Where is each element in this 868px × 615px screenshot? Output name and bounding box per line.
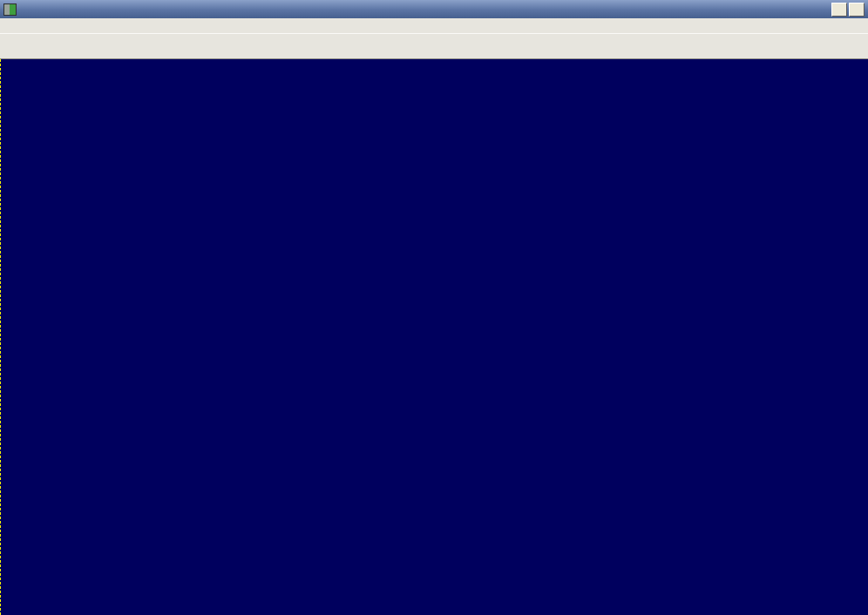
time-cursor[interactable] [0, 59, 1, 615]
chart-area [0, 59, 868, 615]
toolbar [0, 33, 868, 59]
restore-button[interactable] [849, 3, 865, 17]
menu-view[interactable] [17, 25, 33, 27]
menubar [0, 18, 868, 33]
menu-report[interactable] [2, 25, 17, 27]
minimize-button[interactable] [831, 3, 847, 17]
titlebar[interactable] [0, 0, 868, 18]
menu-browse[interactable] [33, 25, 49, 27]
menu-help[interactable] [49, 25, 64, 27]
app-window [0, 0, 868, 615]
app-icon [3, 3, 17, 16]
